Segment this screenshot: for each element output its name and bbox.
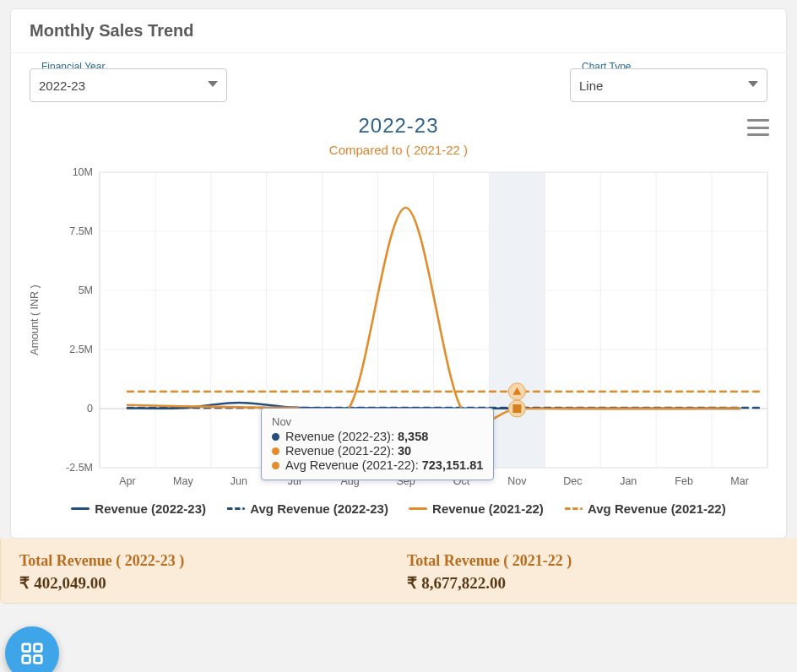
total-prev: Total Revenue ( 2021-22 ) ₹ 8,677,822.00 bbox=[407, 552, 794, 593]
totals-bar: Total Revenue ( 2022-23 ) ₹ 402,049.00 T… bbox=[0, 539, 797, 604]
chart-title: 2022-23 bbox=[19, 114, 778, 138]
svg-text:Feb: Feb bbox=[675, 475, 693, 487]
sales-trend-card: Monthly Sales Trend Financial Year 2022-… bbox=[10, 8, 787, 539]
svg-text:7.5M: 7.5M bbox=[69, 225, 93, 237]
svg-text:Amount ( INR ): Amount ( INR ) bbox=[29, 285, 41, 355]
chart-type-select[interactable]: Line bbox=[570, 68, 767, 102]
chart-type-field: Chart Type Line bbox=[570, 68, 767, 102]
svg-text:Apr: Apr bbox=[119, 475, 135, 487]
financial-year-field: Financial Year 2022-23 bbox=[30, 68, 227, 102]
dot-icon bbox=[272, 462, 279, 469]
controls-row: Financial Year 2022-23 Chart Type Line bbox=[11, 53, 786, 106]
chart-tooltip: Nov Revenue (2022-23): 8,358 Revenue (20… bbox=[261, 408, 494, 480]
legend-item-avg-prev[interactable]: Avg Revenue (2021-22) bbox=[564, 501, 726, 516]
legend: Revenue (2022-23) Avg Revenue (2022-23) … bbox=[19, 495, 778, 528]
svg-text:Dec: Dec bbox=[563, 475, 582, 487]
line-swatch-icon bbox=[409, 507, 427, 510]
svg-text:-2.5M: -2.5M bbox=[66, 462, 93, 474]
svg-text:Jun: Jun bbox=[230, 475, 247, 487]
svg-text:Nov: Nov bbox=[507, 475, 527, 487]
line-swatch-icon bbox=[564, 507, 583, 510]
financial-year-select[interactable]: 2022-23 bbox=[30, 68, 227, 102]
tooltip-row-avg-prev: Avg Revenue (2021-22): 723,151.81 bbox=[272, 458, 483, 472]
card-header: Monthly Sales Trend bbox=[11, 9, 786, 53]
legend-item-avg-current[interactable]: Avg Revenue (2022-23) bbox=[226, 501, 388, 516]
svg-rect-42 bbox=[512, 404, 521, 413]
svg-text:0: 0 bbox=[87, 403, 93, 415]
chart-menu-button[interactable] bbox=[747, 119, 769, 136]
svg-text:Jan: Jan bbox=[620, 475, 637, 487]
total-current: Total Revenue ( 2022-23 ) ₹ 402,049.00 bbox=[19, 552, 407, 593]
total-prev-label: Total Revenue ( 2021-22 ) bbox=[407, 552, 794, 570]
card-title: Monthly Sales Trend bbox=[30, 21, 767, 41]
svg-text:10M: 10M bbox=[73, 166, 93, 178]
chevron-down-icon bbox=[748, 81, 758, 87]
total-prev-value: ₹ 8,677,822.00 bbox=[407, 573, 794, 593]
total-current-value: ₹ 402,049.00 bbox=[19, 573, 407, 593]
chart-area: 2022-23 Compared to ( 2021-22 ) 10M7.5M5… bbox=[11, 106, 786, 538]
chart-subtitle: Compared to ( 2021-22 ) bbox=[19, 143, 778, 157]
financial-year-value: 2022-23 bbox=[39, 79, 85, 93]
line-swatch-icon bbox=[226, 507, 245, 510]
dot-icon bbox=[272, 447, 279, 455]
tooltip-row-revenue-current: Revenue (2022-23): 8,358 bbox=[272, 430, 483, 443]
tooltip-row-revenue-prev: Revenue (2021-22): 30 bbox=[272, 444, 483, 458]
chart-type-value: Line bbox=[579, 79, 603, 93]
dot-icon bbox=[272, 433, 279, 441]
tooltip-month: Nov bbox=[272, 415, 483, 428]
svg-text:Mar: Mar bbox=[730, 475, 749, 487]
svg-rect-0 bbox=[489, 172, 545, 468]
legend-item-revenue-prev[interactable]: Revenue (2021-22) bbox=[409, 501, 544, 516]
line-swatch-icon bbox=[71, 507, 89, 510]
chevron-down-icon bbox=[208, 81, 218, 87]
svg-text:5M: 5M bbox=[79, 285, 93, 296]
legend-item-revenue-current[interactable]: Revenue (2022-23) bbox=[71, 501, 206, 516]
svg-text:2.5M: 2.5M bbox=[69, 344, 93, 355]
total-current-label: Total Revenue ( 2022-23 ) bbox=[19, 552, 407, 570]
svg-text:May: May bbox=[173, 475, 193, 487]
